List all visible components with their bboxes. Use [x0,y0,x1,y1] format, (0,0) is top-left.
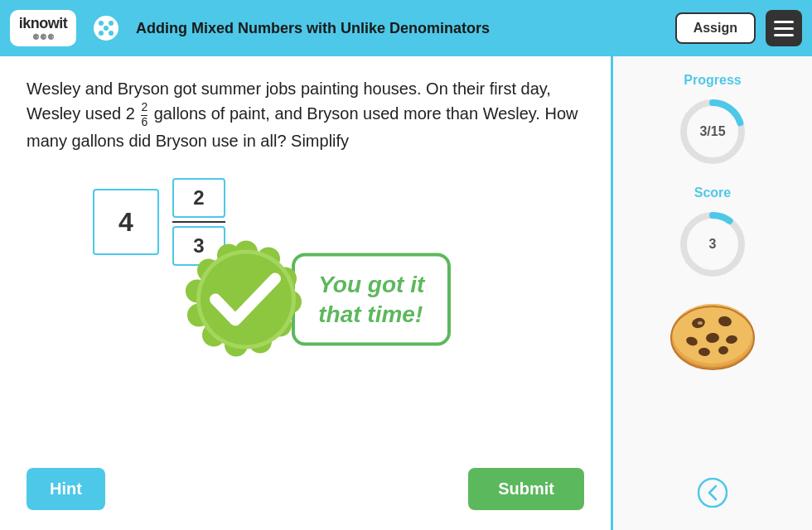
menu-button[interactable] [766,10,802,46]
rosette-badge [184,238,308,362]
svg-point-1 [99,21,104,26]
svg-point-4 [109,31,114,36]
hamburger-line [774,34,794,36]
whole-number-value: 4 [118,207,133,238]
rosette-svg [184,238,308,362]
submit-button[interactable]: Submit [468,468,584,510]
score-label: Score [694,186,731,200]
activity-icon [86,8,126,48]
logo-text: iknowit [19,15,68,32]
lesson-title: Adding Mixed Numbers with Unlike Denomin… [136,20,665,37]
frac-den: 6 [141,116,147,128]
success-message-box: You got it that time! [292,253,451,346]
svg-point-5 [104,26,109,31]
progress-section: Progress 3/15 [626,73,799,169]
inline-fraction: 26 [141,101,147,128]
svg-point-28 [698,321,703,325]
reward-section [626,298,799,373]
back-section [698,478,727,513]
logo: iknowit ⚈⚈⚈ [10,10,76,46]
back-arrow-icon[interactable] [698,487,727,513]
whole-number-box: 4 [93,189,159,255]
dice-icon [93,15,119,41]
cookie-image [667,298,758,373]
main-layout: Wesley and Bryson got summer jobs painti… [0,56,812,530]
hamburger-line [774,27,794,30]
question-text: Wesley and Bryson got summer jobs painti… [27,76,584,153]
hamburger-line [774,21,794,23]
svg-point-3 [99,31,104,36]
hint-button[interactable]: Hint [27,468,105,510]
fraction-line [172,221,225,223]
score-ring: 3 [675,207,750,282]
bottom-bar: Hint Submit [27,458,584,510]
frac-num: 2 [141,101,147,115]
assign-button[interactable]: Assign [675,12,756,44]
success-line2: that time! [318,301,423,327]
sidebar: Progress 3/15 Score 3 [613,56,812,530]
score-section: Score 3 [626,186,799,282]
progress-label: Progress [684,73,741,88]
content-area: Wesley and Bryson got summer jobs painti… [0,56,613,530]
app-header: iknowit ⚈⚈⚈ Adding Mixed Numbers with Un… [0,0,812,56]
score-value: 3 [709,237,717,252]
question-text-part1: Wesley and Bryson got summer jobs painti… [27,80,578,150]
progress-value: 3/15 [699,124,725,139]
success-overlay: You got it that time! [184,238,451,362]
svg-point-2 [109,21,114,26]
success-line1: You got it [318,271,424,296]
back-icon-svg [698,478,727,508]
numerator-value: 2 [193,186,204,210]
logo-icon-dots: ⚈⚈⚈ [32,32,55,41]
progress-ring: 3/15 [675,94,750,169]
svg-point-30 [698,479,727,507]
numerator-box: 2 [172,178,225,218]
